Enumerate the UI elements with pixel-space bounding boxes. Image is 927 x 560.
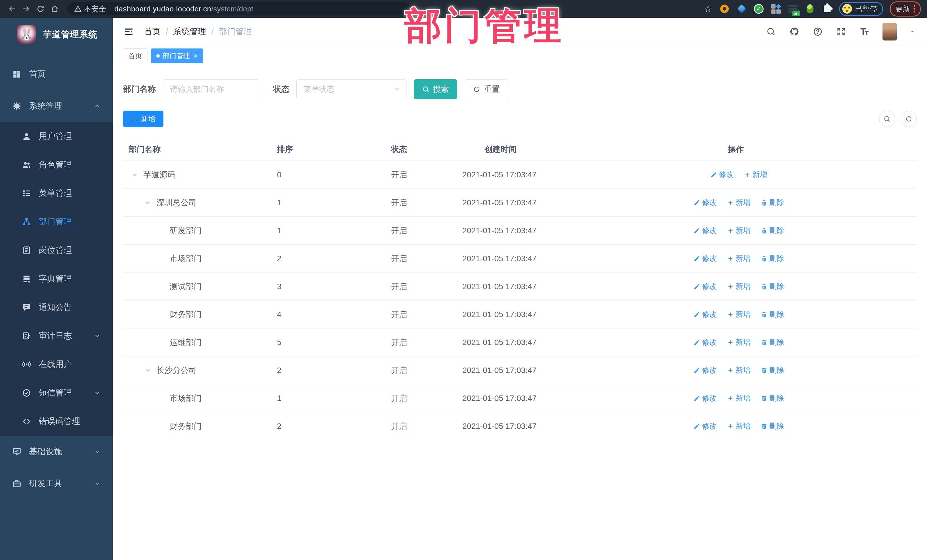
not-secure-warning[interactable]: 不安全	[74, 4, 106, 14]
add-link[interactable]: 新增	[727, 281, 751, 291]
puzzle-icon[interactable]	[822, 4, 832, 14]
edit-link[interactable]: 修改	[693, 337, 717, 347]
blue-gem-icon[interactable]	[737, 4, 747, 14]
close-icon[interactable]: ×	[193, 52, 198, 59]
delete-icon	[761, 227, 767, 234]
edit-link[interactable]: 修改	[693, 365, 717, 375]
edit-link[interactable]: 修改	[693, 253, 717, 264]
sidebar-item-4[interactable]: 菜单管理	[0, 179, 112, 208]
delete-link[interactable]: 删除	[761, 197, 784, 208]
sidebar-item-14[interactable]: 研发工具	[0, 467, 112, 499]
sidebar-item-5[interactable]: 部门管理	[0, 208, 112, 236]
delete-link[interactable]: 删除	[761, 310, 784, 319]
add-link[interactable]: 新增	[727, 253, 751, 264]
sidebar-item-13[interactable]: 基础设施	[0, 436, 112, 467]
delete-link[interactable]: 删除	[761, 226, 784, 235]
search-button-label: 搜索	[433, 84, 449, 95]
address-bar[interactable]: 不安全 dashboard.yudao.iocoder.cn/system/de…	[67, 2, 411, 15]
op-label: 修改	[702, 337, 717, 347]
forward-icon[interactable]	[21, 3, 32, 15]
add-link[interactable]: 新增	[727, 337, 751, 347]
add-link[interactable]: 新增	[727, 365, 751, 375]
infrastructure-icon	[12, 447, 22, 457]
reload-icon[interactable]	[35, 3, 46, 15]
orange-ring-icon[interactable]	[719, 4, 729, 14]
caret-down-icon[interactable]	[909, 29, 916, 35]
sidebar-item-3[interactable]: 角色管理	[0, 150, 112, 179]
github-icon[interactable]	[789, 26, 800, 37]
add-link[interactable]: 新增	[727, 197, 751, 208]
profile-paused-pill[interactable]: 已暂停	[839, 2, 883, 16]
add-button[interactable]: 新增	[123, 111, 163, 127]
search-button[interactable]: 搜索	[414, 79, 457, 99]
plus-icon	[131, 115, 137, 122]
dept-name-input[interactable]	[163, 79, 259, 99]
add-link[interactable]: 新增	[727, 226, 751, 235]
refresh-table-button[interactable]	[901, 111, 917, 127]
reset-button[interactable]: 重置	[465, 79, 508, 99]
breadcrumb-item[interactable]: 系统管理	[173, 26, 206, 37]
sidebar-item-10[interactable]: 在线用户	[0, 350, 112, 379]
sidebar-item-8[interactable]: 通知公告	[0, 293, 112, 322]
user-avatar[interactable]	[883, 23, 897, 41]
edit-link[interactable]: 修改	[693, 310, 717, 319]
sidebar-item-7[interactable]: 字典管理	[0, 265, 112, 293]
font-size-icon[interactable]	[859, 26, 870, 37]
edit-link[interactable]: 修改	[693, 393, 717, 403]
add-link[interactable]: 新增	[727, 421, 751, 431]
sidebar-item-2[interactable]: 用户管理	[0, 122, 112, 150]
search-icon[interactable]	[766, 26, 777, 37]
add-link[interactable]: 新增	[744, 170, 767, 180]
col-operations: 操作	[614, 144, 917, 155]
add-link[interactable]: 新增	[727, 310, 751, 319]
delete-link[interactable]: 删除	[761, 393, 784, 403]
back-icon[interactable]	[6, 3, 18, 15]
created-cell: 2021-01-05 17:03:47	[454, 338, 614, 347]
toggle-search-button[interactable]	[879, 111, 895, 127]
edit-link[interactable]: 修改	[693, 281, 717, 291]
col-status: 状态	[385, 144, 454, 155]
dept-name: 深圳总公司	[157, 197, 196, 208]
status-select[interactable]: 菜单状态	[296, 79, 406, 99]
sidebar-item-9[interactable]: 审计日志	[0, 322, 112, 350]
add-link[interactable]: 新增	[727, 393, 751, 403]
dept-name: 研发部门	[170, 225, 202, 236]
edit-link[interactable]: 修改	[710, 170, 734, 180]
breadcrumb-item[interactable]: 首页	[144, 26, 161, 37]
edit-link[interactable]: 修改	[693, 197, 717, 208]
sidebar-item-label: 在线用户	[39, 359, 72, 370]
delete-link[interactable]: 删除	[761, 281, 784, 291]
tab-0[interactable]: 首页	[123, 49, 147, 63]
home-icon[interactable]	[49, 3, 61, 15]
sidebar-item-11[interactable]: 短信管理	[0, 379, 112, 407]
tab-1[interactable]: 部门管理×	[151, 49, 203, 63]
delete-link[interactable]: 删除	[761, 337, 784, 347]
hamburger-icon[interactable]	[123, 26, 134, 37]
expand-arrow-icon[interactable]	[144, 367, 157, 374]
tiles-icon[interactable]	[771, 4, 781, 14]
sidebar-item-12[interactable]: 错误码管理	[0, 407, 112, 436]
fullscreen-icon[interactable]	[836, 26, 846, 37]
bookmark-star-icon[interactable]: ☆	[704, 4, 713, 14]
sidebar-item-6[interactable]: 岗位管理	[0, 236, 112, 265]
sidebar-item-1[interactable]: 系统管理	[0, 90, 112, 122]
breadcrumb: 首页/系统管理/部门管理	[144, 26, 252, 37]
switch-on-icon[interactable]: on	[788, 4, 798, 14]
green-figure-icon[interactable]	[805, 4, 815, 14]
expand-arrow-icon[interactable]	[144, 199, 157, 206]
status-label: 状态	[273, 83, 290, 95]
help-icon[interactable]	[812, 26, 823, 37]
chevron-up-icon	[94, 103, 101, 109]
green-check-icon[interactable]: ✓	[754, 4, 764, 14]
status-cell: 开启	[385, 281, 454, 292]
delete-link[interactable]: 删除	[761, 253, 784, 264]
edit-link[interactable]: 修改	[693, 226, 717, 235]
created-cell: 2021-01-05 17:03:47	[454, 198, 614, 207]
delete-link[interactable]: 删除	[761, 421, 784, 431]
delete-link[interactable]: 删除	[761, 365, 784, 375]
logo-row[interactable]: 🐰 芋道管理系统	[0, 18, 112, 51]
sidebar-item-0[interactable]: 首页	[0, 58, 112, 90]
edit-link[interactable]: 修改	[693, 421, 717, 431]
expand-arrow-icon[interactable]	[131, 171, 143, 179]
update-button[interactable]: 更新	[890, 2, 921, 17]
